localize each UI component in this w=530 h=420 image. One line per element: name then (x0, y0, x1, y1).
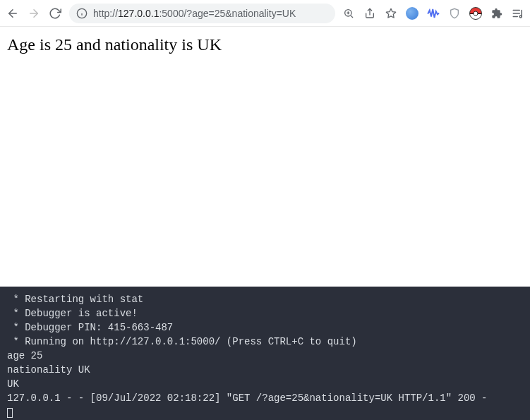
page-content: Age is 25 and nationality is UK (0, 27, 530, 287)
reading-list-button[interactable] (512, 7, 524, 20)
svg-line-8 (351, 16, 353, 18)
puzzle-icon (491, 8, 502, 19)
arrow-right-icon (28, 7, 40, 20)
terminal-line: age 25 (7, 350, 42, 361)
share-button[interactable] (363, 7, 376, 20)
reload-icon (49, 7, 61, 20)
star-icon (385, 8, 397, 19)
zoom-icon (343, 8, 354, 19)
zoom-button[interactable] (342, 7, 355, 20)
terminal-line: nationality UK (7, 364, 90, 376)
terminal[interactable]: * Restarting with stat * Debugger is act… (0, 287, 530, 420)
extension-icon[interactable] (469, 7, 482, 20)
terminal-line: * Restarting with stat (7, 294, 143, 305)
address-bar[interactable]: http://127.0.0.1:5000/?age=25&nationalit… (69, 4, 335, 23)
share-icon (364, 8, 375, 19)
arrow-left-icon (6, 7, 19, 20)
terminal-line: * Running on http://127.0.0.1:5000/ (Pre… (7, 336, 357, 347)
url-path: /?age=25&nationality=UK (183, 8, 296, 19)
page-body-text: Age is 25 and nationality is UK (7, 35, 222, 54)
extension-icon[interactable] (448, 7, 461, 20)
url-scheme: http:// (93, 8, 118, 19)
wave-icon (427, 7, 440, 20)
terminal-line: * Debugger is active! (7, 308, 138, 319)
bookmark-button[interactable] (385, 7, 397, 20)
terminal-line: 127.0.0.1 - - [09/Jul/2022 02:18:22] "GE… (7, 392, 488, 404)
terminal-cursor (7, 408, 13, 418)
url-text: http://127.0.0.1:5000/?age=25&nationalit… (93, 8, 296, 19)
back-button[interactable] (6, 6, 20, 20)
extensions-button[interactable] (490, 7, 503, 20)
svg-marker-10 (386, 8, 395, 18)
info-icon (76, 8, 88, 19)
list-music-icon (512, 7, 524, 20)
svg-point-14 (519, 16, 522, 18)
browser-toolbar: http://127.0.0.1:5000/?age=25&nationalit… (0, 0, 530, 27)
terminal-line: * Debugger PIN: 415-663-487 (7, 322, 173, 333)
toolbar-right (342, 7, 524, 20)
shield-icon (449, 8, 460, 19)
url-port: :5000 (159, 8, 183, 19)
reload-button[interactable] (48, 6, 62, 20)
extension-icon[interactable] (427, 7, 440, 20)
terminal-line: UK (7, 378, 19, 390)
extension-icon[interactable] (406, 7, 418, 20)
url-host: 127.0.0.1 (118, 8, 159, 19)
forward-button[interactable] (27, 6, 41, 20)
